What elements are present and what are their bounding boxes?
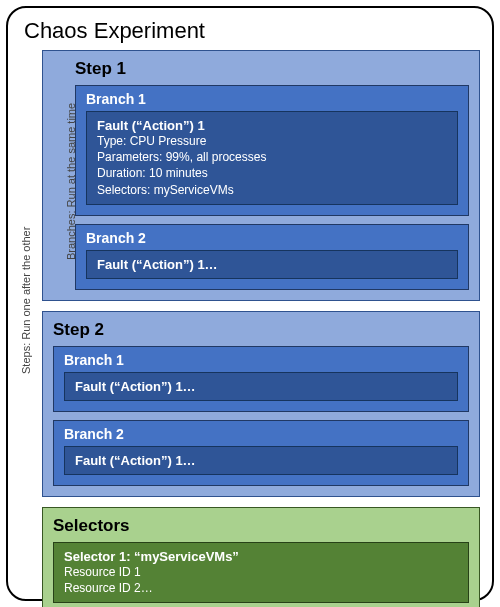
branch-title: Branch 2 [86,230,458,250]
step-title: Step 1 [75,57,469,85]
fault-box: Fault (“Action”) 1… [64,372,458,401]
selector-resource: Resource ID 1 [64,564,458,580]
fault-title: Fault (“Action”) 1… [75,379,447,394]
selector-resource: Resource ID 2… [64,580,458,596]
experiment-frame: Chaos Experiment Steps: Run one after th… [6,6,494,601]
step-title: Step 2 [53,318,469,346]
selectors-section: Selectors Selector 1: “myServiceVMs” Res… [42,507,480,607]
fault-box: Fault (“Action”) 1… [86,250,458,279]
fault-box: Fault (“Action”) 1… [64,446,458,475]
branch-2: Branch 2 Fault (“Action”) 1… [75,224,469,290]
selector-title: Selector 1: “myServiceVMs” [64,549,458,564]
step-1: Branches: Run at the same time Step 1 Br… [42,50,480,301]
fault-selectors: Selectors: myServiceVMs [97,182,447,198]
branch-title: Branch 1 [64,352,458,372]
fault-duration: Duration: 10 minutes [97,165,447,181]
fault-parameters: Parameters: 99%, all processes [97,149,447,165]
selectors-title: Selectors [53,514,469,542]
fault-title: Fault (“Action”) 1… [75,453,447,468]
step-2: Step 2 Branch 1 Fault (“Action”) 1… Bran… [42,311,480,497]
experiment-title: Chaos Experiment [20,18,480,50]
branch-2: Branch 2 Fault (“Action”) 1… [53,420,469,486]
fault-box: Fault (“Action”) 1 Type: CPU Pressure Pa… [86,111,458,205]
fault-title: Fault (“Action”) 1… [97,257,447,272]
branches-side-label: Branches: Run at the same time [65,71,77,291]
steps-region: Steps: Run one after the other Branches:… [20,50,480,607]
branch-1: Branch 1 Fault (“Action”) 1… [53,346,469,412]
selector-1: Selector 1: “myServiceVMs” Resource ID 1… [53,542,469,603]
branch-title: Branch 1 [86,91,458,111]
branch-1: Branch 1 Fault (“Action”) 1 Type: CPU Pr… [75,85,469,216]
fault-type: Type: CPU Pressure [97,133,447,149]
branch-title: Branch 2 [64,426,458,446]
steps-side-label: Steps: Run one after the other [20,200,32,400]
fault-title: Fault (“Action”) 1 [97,118,447,133]
